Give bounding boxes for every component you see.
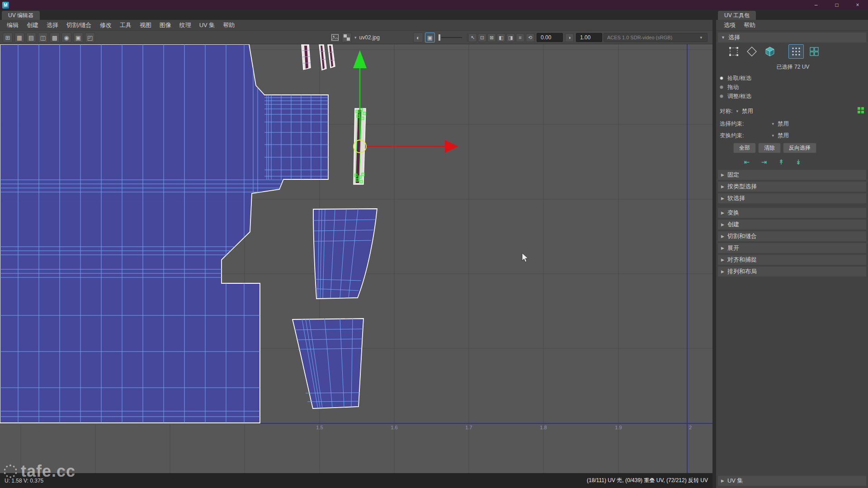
transform-constraint-value[interactable]: 禁用: [778, 132, 789, 140]
pane-divider[interactable]: [712, 20, 716, 488]
toolkit-sections: ▶ 固定 ▶ 按类型选择 ▶ 软选择 ▶ 变换: [718, 170, 866, 278]
snap-icon[interactable]: ↖: [468, 33, 477, 42]
uv-shell-trapezoid-upper[interactable]: [313, 209, 377, 299]
mode-label: 调整/框选: [727, 93, 751, 100]
chevron-down-icon[interactable]: ▾: [736, 109, 738, 113]
selection-button[interactable]: 反向选择: [783, 143, 816, 153]
tab-row: UV 编辑器 UV 工具包: [0, 10, 868, 20]
toolkit-section-header[interactable]: ▶ 软选择: [718, 193, 866, 203]
menu-item[interactable]: 工具: [116, 20, 136, 31]
menu-item[interactable]: 帮助: [219, 20, 239, 31]
tab-uv-editor[interactable]: UV 编辑器: [2, 11, 40, 20]
select-uv-shell-icon[interactable]: [807, 44, 822, 59]
toolbar-icon[interactable]: ▤: [26, 33, 36, 42]
snap-icon[interactable]: ≡: [516, 33, 524, 42]
uv-viewport[interactable]: 1.5 1.6 1.7 1.8 1.9 2: [0, 44, 712, 473]
selection-util-icon[interactable]: ⇥: [759, 158, 769, 166]
uv-sets-section-header[interactable]: ▶ UV 集: [718, 476, 866, 486]
select-vertex-icon[interactable]: [726, 44, 741, 59]
mode-pick-marquee[interactable]: 拾取/框选: [720, 74, 751, 82]
uv-shell-large[interactable]: [0, 44, 328, 423]
symmetry-grid-icon[interactable]: [858, 107, 864, 115]
colorspace-dropdown[interactable]: ACES 1.0 SDR-video (sRGB) ▾: [604, 33, 708, 42]
menu-item[interactable]: 创建: [23, 20, 42, 31]
snap-icon[interactable]: ⊡: [478, 33, 486, 42]
toolkit-section-header[interactable]: ▶ 变换: [718, 208, 866, 218]
toolbar-icon-glyph: ◉: [64, 34, 69, 41]
checker-icon: [344, 34, 350, 41]
selection-util-icons: ⇤⇥↟↡: [741, 158, 804, 166]
mode-tweak-marquee[interactable]: 调整/框选: [720, 92, 751, 100]
toolkit-section-header[interactable]: ▶ 对齐和捕捉: [718, 255, 866, 265]
gamma-icon[interactable]: ◑: [565, 33, 574, 42]
toolkit-section-header[interactable]: ▶ 按类型选择: [718, 182, 866, 192]
mode-label: 拖动: [727, 84, 739, 91]
snap-icon[interactable]: ⊠: [487, 33, 496, 42]
image-display-icon[interactable]: [330, 33, 340, 42]
symmetry-value[interactable]: 禁用: [742, 108, 753, 115]
toolkit-section-header[interactable]: ▶ 排列和布局: [718, 267, 866, 277]
shaded-display-icon[interactable]: ◐: [413, 33, 423, 42]
toolbar-icon-glyph: ▣: [75, 34, 81, 41]
mode-drag[interactable]: 拖动: [720, 83, 739, 91]
menu-item[interactable]: 帮助: [740, 20, 760, 31]
toolkit-section-header[interactable]: ▶ 创建: [718, 220, 866, 230]
slider-handle[interactable]: [439, 34, 440, 41]
translate-manipulator[interactable]: [353, 50, 458, 153]
selection-button[interactable]: 全部: [733, 143, 756, 153]
toolkit-section-header[interactable]: ▶ 展开: [718, 243, 866, 253]
menu-item[interactable]: 编辑: [3, 20, 23, 31]
watermark: tafe.cc: [4, 462, 75, 481]
menu-item[interactable]: 修改: [96, 20, 116, 31]
chevron-right-icon: ▶: [721, 196, 724, 201]
close-button[interactable]: ×: [847, 0, 868, 10]
selection-button[interactable]: 清除: [758, 143, 781, 153]
menu-item[interactable]: UV 集: [195, 20, 219, 31]
toolkit-section-header[interactable]: ▶ 切割和缝合: [718, 231, 866, 241]
toolbar-icon[interactable]: ▩: [50, 33, 60, 42]
snap-icon[interactable]: ◨: [506, 33, 515, 42]
select-uv-icon[interactable]: [788, 44, 804, 59]
tab-uv-toolkit[interactable]: UV 工具包: [718, 11, 756, 20]
texture-borders-icon[interactable]: ▣: [425, 33, 435, 42]
exposure-field[interactable]: 0.00: [537, 33, 563, 42]
menu-item[interactable]: 选择: [42, 20, 62, 31]
snap-icon-glyph: ⊡: [480, 35, 484, 41]
toolbar-icon[interactable]: ⊞: [3, 33, 13, 42]
toolbar-icon[interactable]: ◫: [38, 33, 48, 42]
uv-strip-shells-top[interactable]: [302, 45, 335, 70]
menu-item[interactable]: 选项: [720, 20, 740, 31]
select-face-icon[interactable]: [762, 44, 778, 59]
x-axis-arrowhead[interactable]: [445, 140, 458, 153]
menu-item[interactable]: 视图: [136, 20, 156, 31]
chevron-down-icon[interactable]: ▾: [772, 122, 774, 126]
exposure-icon[interactable]: ⟲: [526, 33, 534, 42]
y-axis-arrowhead[interactable]: [353, 50, 367, 68]
dim-image-slider[interactable]: [439, 34, 462, 41]
uv-shell-trapezoid-lower[interactable]: [292, 319, 363, 408]
toolbar-icon[interactable]: ▣: [73, 33, 83, 42]
texture-name-label[interactable]: uv02.jpg: [359, 34, 380, 41]
sphere-icon: ◐: [416, 34, 420, 41]
menu-item[interactable]: 纹理: [175, 20, 195, 31]
selection-util-icon[interactable]: ↟: [776, 158, 787, 166]
toolkit-section-header[interactable]: ▶ 固定: [718, 170, 866, 180]
select-edge-icon[interactable]: [744, 44, 760, 59]
chevron-down-icon[interactable]: ▾: [772, 133, 774, 138]
gamma-field[interactable]: 1.00: [576, 33, 602, 42]
checker-display-icon[interactable]: [342, 33, 352, 42]
menu-item[interactable]: 图像: [156, 20, 175, 31]
minimize-button[interactable]: –: [806, 0, 826, 10]
selection-util-icon[interactable]: ⇤: [741, 158, 752, 166]
toolbar-icon[interactable]: ◰: [85, 33, 95, 42]
selection-util-icon[interactable]: ↡: [793, 158, 804, 166]
snap-icon[interactable]: ◧: [497, 33, 505, 42]
toolbar-icon[interactable]: ◉: [61, 33, 71, 42]
select-section-header[interactable]: ▼ 选择: [718, 33, 866, 42]
toolbar-icon[interactable]: ▦: [14, 33, 24, 42]
menu-item[interactable]: 切割/缝合: [62, 20, 96, 31]
chevron-down-icon[interactable]: ▾: [354, 35, 357, 40]
uv-canvas[interactable]: 1.5 1.6 1.7 1.8 1.9 2: [0, 44, 712, 473]
select-constraint-value[interactable]: 禁用: [778, 120, 789, 128]
maximize-button[interactable]: □: [826, 0, 847, 10]
